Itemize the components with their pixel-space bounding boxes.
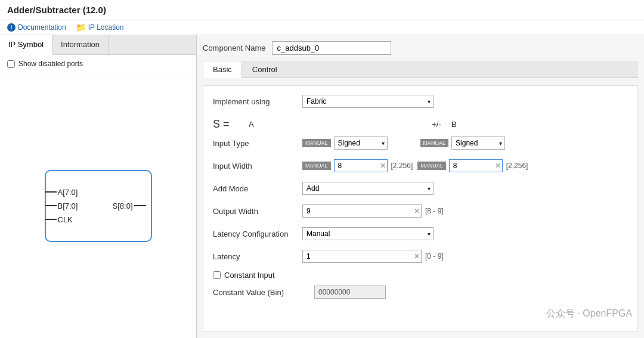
folder-icon: 📁 — [76, 23, 86, 32]
input-width-a-group: MANUAL ✕ — [302, 159, 388, 172]
clear-output-width-btn[interactable]: ✕ — [414, 207, 420, 215]
port-clk-label: CLK — [58, 215, 73, 224]
config-tab-control[interactable]: Control — [242, 61, 287, 77]
input-type-a-select[interactable]: Signed Unsigned — [334, 137, 388, 150]
port-s-line — [134, 205, 146, 206]
config-tab-basic[interactable]: Basic — [203, 61, 242, 78]
manual-btn-a-width[interactable]: MANUAL — [302, 162, 331, 170]
component-name-row: Component Name — [203, 41, 638, 55]
latency-config-row: Latency Configuration Manual Automatic — [213, 225, 628, 242]
implement-using-select[interactable]: Fabric DSP48 — [302, 95, 434, 108]
input-type-a-wrapper: Signed Unsigned — [334, 137, 388, 150]
port-clk-line — [45, 219, 57, 220]
input-type-a-group: MANUAL Signed Unsigned — [302, 137, 388, 150]
show-ports-label: Show disabled ports — [18, 60, 83, 68]
output-width-row: Output Width ✕ [8 - 9] — [213, 203, 628, 219]
input-type-b-group: MANUAL Signed Unsigned — [420, 137, 506, 150]
tab-ip-symbol[interactable]: IP Symbol — [0, 35, 52, 55]
component-name-label: Component Name — [203, 44, 266, 52]
col-plusminus-header: +/- — [422, 120, 451, 129]
input-width-b-range: [2,256] — [506, 162, 528, 170]
port-b-label: B[7:0] — [58, 201, 78, 210]
port-a: A[7:0] — [58, 188, 133, 197]
left-panel: IP Symbol Information Show disabled port… — [0, 35, 197, 338]
s-equals-label: S = — [213, 118, 249, 131]
tab-information[interactable]: Information — [52, 35, 109, 54]
documentation-label: Documentation — [18, 23, 66, 32]
toolbar: i Documentation 📁 IP Location — [0, 20, 644, 35]
symbol-area: A[7:0] B[7:0] S[8:0] CLK — [0, 73, 196, 338]
right-wrapper: Component Name Basic Control Im — [197, 35, 644, 338]
manual-btn-a-type[interactable]: MANUAL — [302, 139, 331, 147]
input-type-label: Input Type — [213, 139, 302, 148]
config-tab-bar: Basic Control — [203, 61, 638, 78]
title-bar: Adder/Subtracter (12.0) — [0, 0, 644, 20]
left-tab-bar: IP Symbol Information — [0, 35, 196, 55]
main-content: IP Symbol Information Show disabled port… — [0, 35, 644, 338]
latency-config-label: Latency Configuration — [213, 230, 302, 238]
output-width-range: [8 - 9] — [425, 207, 444, 215]
implement-using-label: Implement using — [213, 97, 302, 106]
col-b-header: B — [451, 120, 457, 129]
implement-using-wrapper: Fabric DSP48 — [302, 95, 434, 108]
port-b: B[7:0] S[8:0] — [58, 201, 133, 210]
port-clk: CLK — [58, 215, 133, 224]
port-a-label: A[7:0] — [58, 188, 78, 197]
input-width-label: Input Width — [213, 162, 302, 170]
add-mode-wrapper: Add Subtract Add_Sub — [302, 182, 434, 195]
constant-value-label: Constant Value (Bin) — [213, 288, 308, 297]
constant-value-row: Constant Value (Bin) — [213, 286, 628, 299]
input-type-b-select[interactable]: Signed Unsigned — [451, 137, 505, 150]
input-type-row: Input Type MANUAL Signed Unsigned — [213, 135, 628, 151]
constant-input-label: Constant Input — [224, 271, 275, 280]
input-width-a-wrapper: ✕ — [334, 159, 388, 172]
app-title: Adder/Subtracter (12.0) — [7, 5, 106, 15]
input-width-a-range: [2,256] — [391, 162, 413, 170]
right-panel: Component Name Basic Control Im — [197, 35, 644, 338]
port-b-line — [45, 205, 57, 206]
add-mode-row: Add Mode Add Subtract Add_Sub — [213, 180, 628, 197]
clear-latency-btn[interactable]: ✕ — [414, 252, 420, 261]
latency-label: Latency — [213, 252, 302, 261]
implement-using-row: Implement using Fabric DSP48 — [213, 93, 628, 110]
output-width-label: Output Width — [213, 207, 302, 216]
clear-width-b-btn[interactable]: ✕ — [495, 162, 501, 170]
input-width-b-wrapper: ✕ — [449, 159, 503, 172]
form-area: Implement using Fabric DSP48 S = A — [203, 85, 638, 332]
constant-value-input[interactable] — [314, 286, 386, 299]
latency-input[interactable] — [302, 250, 422, 263]
ip-location-label: IP Location — [88, 23, 124, 32]
info-icon: i — [7, 23, 16, 32]
port-a-line — [45, 191, 57, 193]
input-width-row: Input Width MANUAL ✕ [2,256] MAN — [213, 157, 628, 174]
input-type-b-wrapper: Signed Unsigned — [451, 137, 505, 150]
add-mode-label: Add Mode — [213, 184, 302, 193]
latency-row: Latency ✕ [0 - 9] — [213, 248, 628, 265]
output-width-wrapper: ✕ — [302, 204, 422, 218]
ip-location-link[interactable]: 📁 IP Location — [76, 23, 124, 32]
latency-range: [0 - 9] — [425, 252, 444, 261]
constant-input-checkbox[interactable] — [213, 271, 221, 279]
output-width-input[interactable] — [302, 204, 422, 218]
clear-width-a-btn[interactable]: ✕ — [380, 162, 386, 170]
documentation-link[interactable]: i Documentation — [7, 23, 66, 32]
manual-btn-b-width[interactable]: MANUAL — [417, 162, 446, 170]
latency-config-select[interactable]: Manual Automatic — [302, 227, 434, 240]
port-s-label: S[8:0] — [113, 201, 133, 210]
component-name-input[interactable] — [272, 41, 391, 55]
show-disabled-ports-checkbox[interactable] — [7, 60, 15, 68]
component-symbol-box: A[7:0] B[7:0] S[8:0] CLK — [45, 170, 152, 242]
manual-btn-b-type[interactable]: MANUAL — [420, 139, 449, 147]
latency-wrapper: ✕ — [302, 250, 422, 263]
latency-config-wrapper: Manual Automatic — [302, 227, 434, 240]
add-mode-select[interactable]: Add Subtract Add_Sub — [302, 182, 434, 195]
col-a-header: A — [249, 120, 254, 129]
show-ports-row: Show disabled ports — [0, 55, 196, 73]
input-width-b-group: MANUAL ✕ — [417, 159, 503, 172]
constant-input-row: Constant Input — [213, 271, 628, 280]
ab-header-row: S = A +/- B — [213, 116, 628, 132]
